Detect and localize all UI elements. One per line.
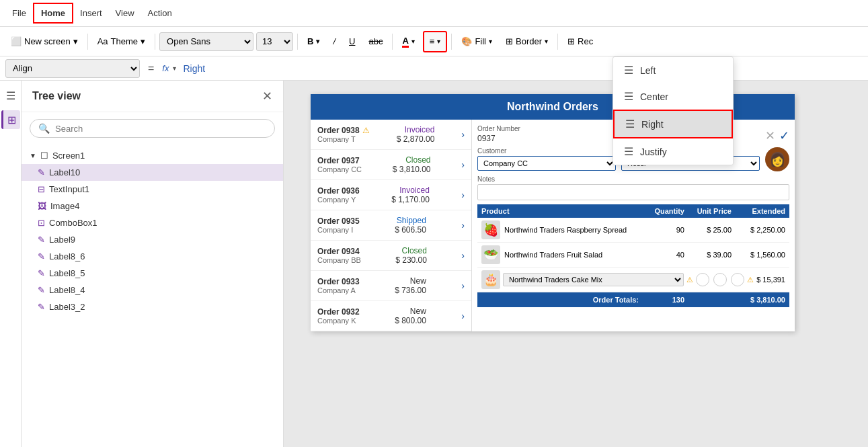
nw-title: Northwind Orders: [507, 101, 598, 112]
tree-item-combobox1[interactable]: ⊡ ComboBox1: [22, 214, 283, 231]
tree-item-label8-4[interactable]: ✎ Label8_4: [22, 282, 283, 298]
underline-button[interactable]: U: [344, 31, 360, 52]
align-right-icon: ☰: [625, 118, 635, 130]
nw-orders-list: Order 0938 ⚠ Company T Invoiced $ 2,870.…: [311, 120, 472, 331]
edit-circle-1[interactable]: [696, 273, 709, 286]
avatar: 👩: [765, 147, 789, 171]
tree-item-label9[interactable]: ✎ Label9: [22, 231, 283, 248]
combobox1-label: ComboBox1: [49, 218, 275, 228]
main-layout: ☰ ⊞ Tree view ✕ 🔍 ▼ ☐ Screen1 ✎ Label10: [0, 81, 868, 447]
list-item[interactable]: Order 0938 ⚠ Company T Invoiced $ 2,870.…: [311, 120, 471, 150]
new-product-select[interactable]: Northwind Traders Cake Mix: [503, 273, 684, 286]
order-totals-qty: 130: [644, 296, 684, 304]
rec-button[interactable]: ⊞ Rec: [562, 31, 598, 52]
align-right-option[interactable]: ☰ Right: [613, 110, 733, 138]
list-item[interactable]: Order 0937 Company CC Closed $ 3,810.00 …: [311, 150, 471, 180]
order-id: Order 0933: [317, 277, 360, 286]
chevron-right-icon: ›: [461, 250, 465, 261]
hamburger-menu-icon[interactable]: ☰: [1, 86, 20, 105]
separator5: [451, 34, 452, 50]
border-icon: ⊞: [506, 36, 513, 46]
textinput-icon: ⊟: [38, 184, 45, 194]
customer-select[interactable]: Company CC: [477, 156, 616, 171]
order-totals-ext: $ 3,810.00: [732, 296, 785, 304]
qty-col-header: Quantity: [644, 207, 684, 215]
formula-field-select[interactable]: Align: [5, 59, 140, 78]
separator6: [557, 34, 558, 50]
menu-home[interactable]: Home: [33, 3, 73, 24]
label3-2-label: Label3_2: [49, 302, 275, 312]
product-price: $ 25.00: [684, 226, 732, 234]
edit-circle-3[interactable]: [731, 273, 744, 286]
tree-close-button[interactable]: ✕: [262, 89, 272, 104]
rec-label: Rec: [578, 36, 593, 46]
menu-file[interactable]: File: [5, 4, 33, 22]
label10-label: Label10: [49, 167, 275, 177]
menu-action[interactable]: Action: [141, 4, 179, 22]
list-item[interactable]: Order 0932 Company K New $ 800.00 ›: [311, 301, 471, 331]
tree-item-label8-6[interactable]: ✎ Label8_6: [22, 248, 283, 265]
list-item[interactable]: Order 0935 Company I Shipped $ 606.50 ›: [311, 210, 471, 241]
align-button[interactable]: ≡ ▾: [423, 31, 448, 52]
label3-2-icon: ✎: [38, 302, 45, 312]
align-justify-label: Justify: [640, 147, 667, 157]
tree-item-label10[interactable]: ✎ Label10: [22, 164, 283, 181]
screen-checkbox-icon: ☐: [40, 151, 48, 161]
amount-label: $ 230.00: [395, 255, 427, 265]
new-product-ext: $ 15,391: [756, 276, 785, 284]
list-item[interactable]: Order 0936 Company Y Invoiced $ 1,170.00…: [311, 180, 471, 210]
formula-fx-label: fx: [162, 63, 169, 73]
status-label: Closed: [395, 246, 427, 255]
align-left-option[interactable]: ☰ Left: [613, 57, 733, 83]
amount-label: $ 736.00: [395, 286, 426, 295]
new-screen-label: New screen: [24, 36, 71, 46]
strikethrough-icon: abc: [368, 36, 383, 46]
separator3: [297, 34, 298, 50]
list-item[interactable]: Order 0933 Company A New $ 736.00 ›: [311, 271, 471, 301]
search-icon: 🔍: [38, 123, 50, 134]
list-item[interactable]: Order 0934 Company BB Closed $ 230.00 ›: [311, 241, 471, 271]
notes-input[interactable]: [477, 184, 789, 200]
border-label: Border: [516, 36, 542, 46]
align-justify-option[interactable]: ☰ Justify: [613, 138, 733, 165]
font-select[interactable]: Open Sans: [159, 32, 253, 51]
menu-insert[interactable]: Insert: [73, 4, 109, 22]
amount-label: $ 3,810.00: [393, 165, 431, 174]
bold-button[interactable]: B ▾: [302, 31, 325, 52]
theme-button[interactable]: Aa Theme ▾: [92, 31, 151, 52]
chevron-right-icon: ›: [461, 159, 465, 170]
order-number-label: Order Number: [477, 125, 616, 132]
status-label: Shipped: [395, 216, 426, 225]
status-label: Closed: [393, 155, 431, 165]
strikethrough-button[interactable]: abc: [363, 31, 388, 52]
ext-col-header: Extended: [732, 207, 785, 215]
close-icon[interactable]: ✕: [765, 128, 775, 143]
checkmark-icon[interactable]: ✓: [779, 128, 789, 143]
notes-label: Notes: [477, 175, 789, 183]
tree-item-image4[interactable]: 🖼 Image4: [22, 198, 283, 214]
company-label: Company I: [317, 226, 360, 234]
chevron-down-icon7: ▾: [545, 38, 548, 45]
warning-icon3: ⚠: [747, 276, 754, 284]
edit-circle-2[interactable]: [713, 273, 727, 286]
formula-equals: =: [144, 63, 158, 75]
new-screen-button[interactable]: ⬜ New screen ▾: [5, 31, 83, 52]
align-center-option[interactable]: ☰ Center: [613, 83, 733, 110]
combobox-icon: ⊡: [38, 218, 45, 228]
border-button[interactable]: ⊞ Border ▾: [500, 31, 553, 52]
tree-item-textinput1[interactable]: ⊟ TextInput1: [22, 181, 283, 198]
order-number-field: Order Number 0937: [477, 125, 616, 143]
search-input[interactable]: [55, 124, 266, 134]
tree-search-container: 🔍: [30, 119, 275, 138]
font-size-select[interactable]: 13: [256, 32, 293, 51]
italic-button[interactable]: /: [327, 31, 341, 52]
tree-item-label8-5[interactable]: ✎ Label8_5: [22, 265, 283, 282]
product-name: Northwind Traders Fruit Salad: [504, 251, 602, 259]
tree-item-label3-2[interactable]: ✎ Label3_2: [22, 298, 283, 315]
font-color-button[interactable]: A ▾: [397, 31, 420, 52]
italic-icon: /: [333, 36, 336, 46]
layers-icon[interactable]: ⊞: [1, 110, 20, 129]
menu-view[interactable]: View: [109, 4, 141, 22]
fill-button[interactable]: 🎨 Fill ▾: [456, 31, 498, 52]
tree-item-screen1[interactable]: ▼ ☐ Screen1: [22, 147, 283, 164]
